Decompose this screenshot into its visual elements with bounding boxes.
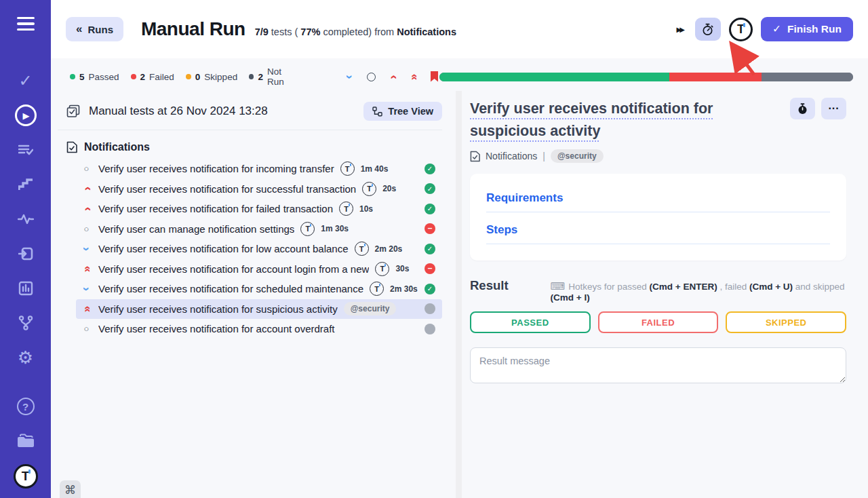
test-detail-title[interactable]: Verify user receives notification for su…	[470, 98, 787, 142]
mark-skipped-button[interactable]: SKIPPED	[726, 311, 846, 333]
suite-folder[interactable]: Notifications	[66, 141, 442, 153]
test-plan-check-icon[interactable]	[14, 138, 37, 161]
test-title: Verify user receives notification for su…	[98, 303, 338, 315]
test-status-icon	[425, 223, 435, 234]
mark-passed-button[interactable]: PASSED	[470, 311, 591, 333]
run-name: Manual tests at 26 Nov 2024 13:28	[89, 104, 268, 118]
test-list-panel: Manual tests at 26 Nov 2024 13:28 Tree V…	[51, 91, 456, 498]
main-sidebar: ✓ ▶ ⚙ ? T	[0, 0, 51, 498]
keyboard-icon: ⌨	[551, 280, 566, 292]
priority-filter-icons: › › »	[344, 71, 439, 82]
test-tag: @security	[344, 302, 397, 315]
priority-icon	[81, 243, 92, 255]
timer-button[interactable]	[695, 18, 721, 41]
timer-button[interactable]	[790, 98, 815, 119]
priority-icon	[81, 225, 92, 233]
test-duration: 2m 30s	[390, 284, 418, 294]
tasks-check-icon[interactable]: ✓	[14, 69, 37, 92]
test-duration: 20s	[382, 184, 396, 193]
notrun-count: 2Not Run	[249, 66, 298, 87]
main-area: « Runs Manual Run 7/9 tests ( 77% comple…	[51, 0, 868, 498]
result-message-input[interactable]	[470, 347, 846, 383]
test-status-icon	[425, 244, 435, 254]
fast-forward-icon[interactable]: ▶▶	[677, 26, 687, 33]
testomat-logo-icon[interactable]: T	[729, 18, 753, 41]
test-title: Verify user receives notification for in…	[98, 163, 334, 174]
hotkeys-command-button[interactable]: ⌘	[60, 480, 81, 498]
tag-pill[interactable]: @security	[551, 149, 604, 163]
page-title: Manual Run	[141, 18, 245, 40]
test-status-icon	[425, 324, 435, 334]
test-title: Verify user can manage notification sett…	[98, 223, 294, 235]
test-title: Verify user receives notification for fa…	[98, 203, 333, 214]
tree-view-button[interactable]: Tree View	[363, 102, 442, 121]
test-row[interactable]: Verify user receives notification for su…	[76, 179, 442, 199]
hotkeys-hint: ⌨Hotkeys for passed (Cmd + ENTER) , fail…	[551, 280, 846, 303]
mark-failed-button[interactable]: FAILED	[598, 311, 719, 333]
test-duration: 2m 20s	[375, 244, 403, 254]
finish-run-button[interactable]: ✓ Finish Run	[761, 17, 853, 41]
import-icon[interactable]	[14, 242, 37, 265]
skipped-count: 0Skipped	[186, 72, 237, 82]
test-status-icon	[425, 183, 435, 194]
passed-count: 5Passed	[70, 72, 119, 82]
branch-icon[interactable]	[14, 311, 37, 334]
app-root: ✓ ▶ ⚙ ? T « Runs	[0, 0, 868, 498]
bookmark-icon[interactable]	[429, 71, 439, 82]
testomat-logo-icon: T	[300, 222, 315, 236]
pulse-icon[interactable]	[14, 208, 37, 231]
more-options-button[interactable]: ···	[821, 98, 846, 119]
test-row[interactable]: Verify user receives notification for ac…	[76, 319, 442, 339]
test-duration: 1m 30s	[321, 224, 349, 233]
chevron-down-icon[interactable]: ›	[344, 71, 355, 82]
steps-icon[interactable]	[14, 173, 37, 196]
test-list: Verify user receives notification for in…	[76, 159, 442, 339]
testomat-logo-icon: T	[355, 242, 369, 256]
test-row[interactable]: Verify user receives notification for fa…	[76, 199, 442, 219]
projects-folder-icon[interactable]	[14, 429, 37, 453]
run-progress-bar	[439, 73, 853, 81]
test-row[interactable]: Verify user can manage notification sett…	[76, 219, 442, 240]
double-chevron-up-icon[interactable]: »	[408, 71, 418, 82]
circle-icon[interactable]	[366, 71, 376, 82]
testomat-logo-icon[interactable]: T	[14, 464, 38, 489]
test-row[interactable]: Verify user receives notification for ac…	[76, 259, 442, 280]
stopwatch-icon	[701, 23, 714, 36]
runs-play-icon[interactable]: ▶	[14, 104, 37, 127]
priority-icon	[81, 203, 92, 215]
clipboard-check-icon	[66, 104, 80, 118]
test-list-header: Manual tests at 26 Nov 2024 13:28 Tree V…	[58, 99, 442, 130]
test-title: Verify user receives notification for ac…	[98, 323, 335, 334]
test-duration: 10s	[359, 204, 373, 214]
testomat-logo-icon: T	[362, 182, 376, 196]
section-steps[interactable]: Steps	[486, 223, 830, 244]
test-row[interactable]: Verify user receives notification for su…	[76, 299, 442, 320]
priority-icon	[81, 283, 92, 295]
test-row[interactable]: Verify user receives notification for in…	[76, 159, 442, 179]
test-duration: 30s	[395, 264, 409, 273]
gray-dot-icon	[249, 74, 254, 79]
help-icon[interactable]: ?	[14, 395, 37, 418]
testomat-logo-icon: T	[375, 262, 389, 276]
check-icon: ✓	[772, 23, 781, 35]
back-label: Runs	[87, 24, 113, 35]
test-status-icon	[425, 303, 435, 314]
panel-scrollbar[interactable]	[456, 91, 462, 498]
orange-dot-icon	[186, 74, 191, 79]
priority-icon	[81, 183, 92, 195]
breadcrumb-suite[interactable]: Notifications	[486, 151, 537, 161]
double-chevron-left-icon: «	[76, 22, 82, 36]
test-row[interactable]: Verify user receives notification for lo…	[76, 239, 442, 259]
test-row[interactable]: Verify user receives notification for sc…	[76, 279, 442, 299]
back-to-runs-button[interactable]: « Runs	[66, 17, 123, 41]
menu-icon[interactable]	[14, 12, 37, 35]
testomat-logo-icon: T	[340, 161, 355, 176]
test-duration: 1m 40s	[361, 164, 389, 174]
analytics-bar-chart-icon[interactable]	[14, 277, 37, 300]
section-requirements[interactable]: Requirements	[486, 191, 830, 212]
chevron-up-icon[interactable]: ›	[387, 71, 397, 82]
test-status-icon	[425, 204, 435, 214]
test-title: Verify user receives notification for lo…	[98, 243, 349, 254]
settings-gear-icon[interactable]: ⚙	[14, 346, 37, 369]
test-status-icon	[425, 263, 435, 274]
